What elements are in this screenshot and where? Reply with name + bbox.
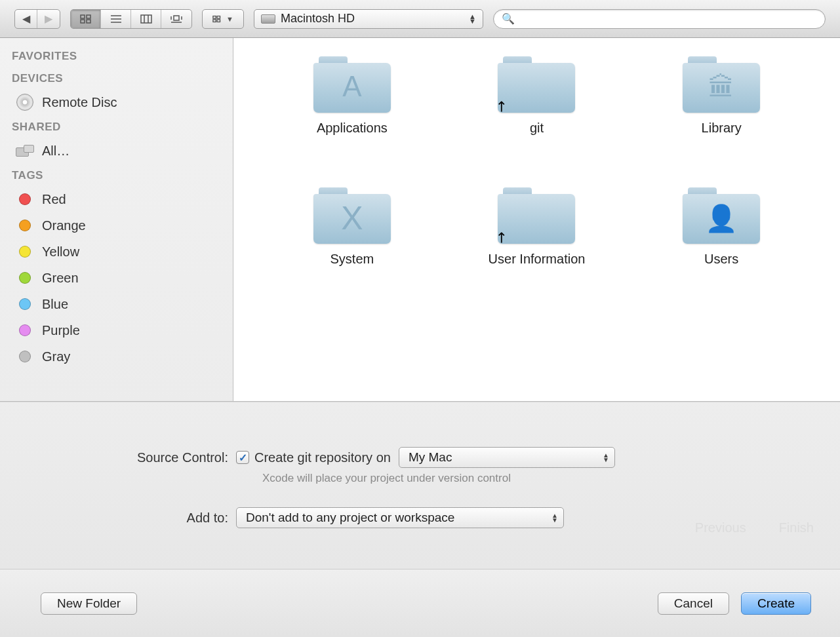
forward-button[interactable]: ▶ xyxy=(37,10,60,28)
back-button[interactable]: ◀ xyxy=(15,10,37,28)
tag-dot-icon xyxy=(16,347,34,366)
main-split: FAVORITES DEVICES Remote Disc SHARED All… xyxy=(0,38,840,402)
tag-dot-icon xyxy=(16,295,34,313)
search-field[interactable]: 🔍 xyxy=(493,9,826,29)
icon-view-button[interactable] xyxy=(71,10,101,28)
folder-label: Users xyxy=(704,252,738,267)
sidebar-tag-green[interactable]: Green xyxy=(0,265,233,291)
add-to-label: Add to: xyxy=(0,511,236,526)
new-folder-button[interactable]: New Folder xyxy=(41,592,137,615)
sidebar-item-label: Yellow xyxy=(42,244,79,260)
nav-buttons: ◀ ▶ xyxy=(14,9,60,29)
arrange-button-group: ▼ xyxy=(202,9,244,29)
options-panel: Source Control: ✓ Create git repository … xyxy=(0,402,840,569)
tag-dot-icon xyxy=(16,321,34,339)
folder-system[interactable]: XSystem xyxy=(313,187,391,318)
path-control[interactable]: Macintosh HD ▲▼ xyxy=(254,9,483,29)
folder-library[interactable]: 🏛Library xyxy=(683,56,760,187)
git-location-popup[interactable]: My Mac ▲▼ xyxy=(399,447,615,468)
source-control-label: Source Control: xyxy=(0,450,236,465)
folder-label: Applications xyxy=(317,121,388,136)
folder-label: Library xyxy=(702,121,742,136)
bottom-bar: New Folder Cancel Create xyxy=(0,569,840,637)
coverflow-view-button[interactable] xyxy=(161,10,191,28)
devices-heading: DEVICES xyxy=(0,67,233,89)
sidebar-item-label: Gray xyxy=(42,349,70,364)
shared-heading: SHARED xyxy=(0,115,233,138)
sidebar-item-label: Remote Disc xyxy=(42,95,117,110)
sidebar-item-remote-disc[interactable]: Remote Disc xyxy=(0,89,233,115)
svg-rect-0 xyxy=(81,15,85,18)
search-input[interactable] xyxy=(519,13,817,25)
sidebar-tag-red[interactable]: Red xyxy=(0,186,233,212)
folder-label: User Information xyxy=(489,252,586,267)
folder-icon: ↗ xyxy=(498,187,575,244)
svg-rect-3 xyxy=(87,20,90,23)
git-location-value: My Mac xyxy=(409,450,452,465)
folder-user-information[interactable]: ↗User Information xyxy=(489,187,586,318)
svg-rect-14 xyxy=(213,16,216,18)
column-view-button[interactable] xyxy=(131,10,161,28)
hard-drive-icon xyxy=(261,14,275,24)
favorites-heading: FAVORITES xyxy=(0,45,233,67)
create-button[interactable]: Create xyxy=(741,592,811,615)
folder-icon: X xyxy=(313,187,391,244)
disc-icon xyxy=(16,93,34,111)
sidebar-item-label: Red xyxy=(42,192,66,207)
folder-icon: 🏛 xyxy=(683,56,760,113)
create-git-checkbox[interactable]: ✓ xyxy=(236,451,249,464)
svg-rect-1 xyxy=(87,15,90,18)
search-icon: 🔍 xyxy=(502,12,515,25)
sidebar-tag-yellow[interactable]: Yellow xyxy=(0,239,233,265)
svg-rect-7 xyxy=(141,15,151,23)
svg-rect-16 xyxy=(213,19,216,22)
folder-git[interactable]: ↗git xyxy=(498,56,575,187)
sidebar-item-label: Orange xyxy=(42,218,86,233)
tags-heading: TAGS xyxy=(0,164,233,186)
sidebar: FAVORITES DEVICES Remote Disc SHARED All… xyxy=(0,38,233,401)
network-icon xyxy=(16,142,34,160)
sidebar-item-label: Green xyxy=(42,271,79,286)
updown-arrows-icon: ▲▼ xyxy=(551,513,558,522)
svg-rect-10 xyxy=(174,16,179,20)
sidebar-tag-orange[interactable]: Orange xyxy=(0,212,233,239)
sidebar-tag-purple[interactable]: Purple xyxy=(0,317,233,343)
path-label: Macintosh HD xyxy=(281,12,469,26)
add-to-value: Don't add to any project or workspace xyxy=(246,511,454,525)
tag-dot-icon xyxy=(16,269,34,287)
svg-rect-15 xyxy=(217,16,220,18)
file-browser-content[interactable]: AApplications↗git🏛LibraryXSystem↗User In… xyxy=(233,38,840,401)
tag-dot-icon xyxy=(16,242,34,261)
cancel-button[interactable]: Cancel xyxy=(658,592,729,615)
svg-rect-2 xyxy=(81,20,85,23)
folder-icon: 👤 xyxy=(683,187,760,244)
sidebar-item-label: Purple xyxy=(42,323,80,338)
create-git-label: Create git repository on xyxy=(254,450,391,465)
folder-icon: ↗ xyxy=(498,56,575,113)
add-to-popup[interactable]: Don't add to any project or workspace ▲▼ xyxy=(236,507,564,528)
folder-label: git xyxy=(530,121,544,136)
folder-label: System xyxy=(330,252,374,267)
sidebar-tag-blue[interactable]: Blue xyxy=(0,291,233,317)
sidebar-item-label: All… xyxy=(42,144,70,159)
tag-dot-icon xyxy=(16,216,34,235)
sidebar-item-all-shared[interactable]: All… xyxy=(0,138,233,164)
list-view-button[interactable] xyxy=(101,10,131,28)
toolbar: ◀ ▶ ▼ Macintosh HD ▲▼ 🔍 xyxy=(0,0,840,38)
folder-icon: A xyxy=(313,56,391,113)
updown-arrows-icon: ▲▼ xyxy=(603,453,609,462)
arrange-button[interactable]: ▼ xyxy=(203,10,243,28)
sidebar-tag-gray[interactable]: Gray xyxy=(0,343,233,370)
source-control-hint: Xcode will place your project under vers… xyxy=(0,472,840,485)
folder-users[interactable]: 👤Users xyxy=(683,187,760,318)
updown-arrows-icon: ▲▼ xyxy=(469,14,476,24)
view-mode-buttons xyxy=(70,9,192,29)
sidebar-item-label: Blue xyxy=(42,297,68,312)
tag-dot-icon xyxy=(16,190,34,208)
folder-applications[interactable]: AApplications xyxy=(313,56,391,187)
svg-rect-17 xyxy=(217,19,220,22)
